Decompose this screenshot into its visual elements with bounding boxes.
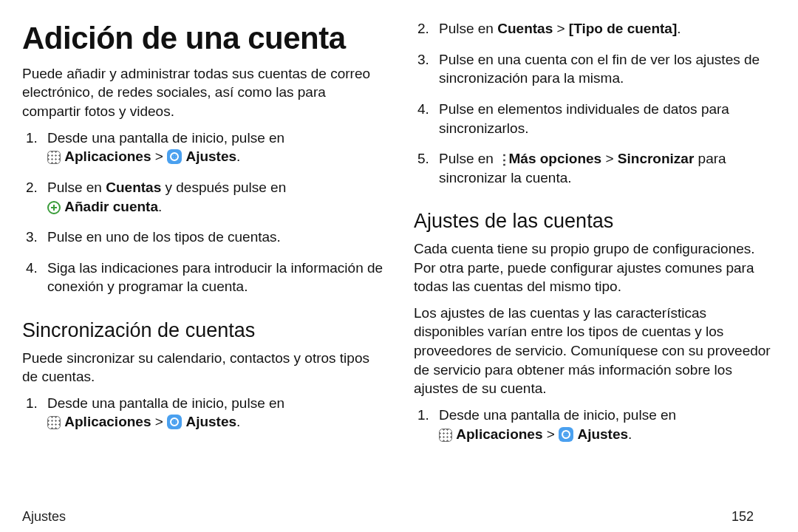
sincronizar-label: Sincronizar (618, 151, 694, 166)
right-column: Pulse en Cuentas > [Tipo de cuenta]. Pul… (414, 15, 776, 503)
settings-icon (167, 149, 182, 164)
separator: > (155, 414, 167, 429)
add-icon (47, 201, 61, 214)
sync-heading: Sincronización de cuentas (22, 317, 384, 344)
aplicaciones-label: Aplicaciones (456, 426, 542, 442)
tipo-cuenta-label: [Tipo de cuenta] (569, 21, 677, 36)
sync-step-5: Pulse en ⋮ Más opciones > Sincronizar pa… (433, 149, 776, 187)
ajustes-label: Ajustes (577, 426, 628, 442)
separator: > (605, 151, 617, 166)
page-title: Adición de una cuenta (22, 18, 384, 60)
settings-icon (559, 427, 573, 442)
sync-steps-left: Desde una pantalla de inicio, pulse en A… (22, 394, 384, 432)
sync-step-3: Pulse en una cuenta con el fin de ver lo… (433, 50, 776, 88)
main-step-2: Pulse en Cuentas y después pulse en Añad… (41, 178, 384, 216)
aplicaciones-label: Aplicaciones (64, 149, 151, 164)
ajustes-label: Ajustes (185, 414, 236, 429)
separator: > (155, 149, 167, 164)
anadir-cuenta-label: Añadir cuenta (64, 199, 158, 214)
left-column: Adición de una cuenta Puede añadir y adm… (22, 15, 384, 503)
page-footer: Ajustes 152 (22, 503, 776, 525)
sync-intro: Puede sincronizar su calendario, contact… (22, 349, 384, 386)
main-step-1: Desde una pantalla de inicio, pulse en A… (41, 129, 384, 166)
sync-step-2: Pulse en Cuentas > [Tipo de cuenta]. (433, 19, 776, 38)
footer-section: Ajustes (22, 509, 732, 525)
account-settings-step-1: Desde una pantalla de inicio, pulse en A… (433, 406, 776, 443)
sync-steps-right: Pulse en Cuentas > [Tipo de cuenta]. Pul… (414, 19, 776, 187)
main-step-3: Pulse en uno de los tipos de cuentas. (41, 228, 384, 247)
account-settings-p1: Cada cuenta tiene su propio grupo de con… (414, 239, 776, 296)
sync-step-4: Pulse en elementos individuales de datos… (433, 100, 776, 137)
account-settings-p2: Los ajustes de las cuentas y las caracte… (414, 304, 776, 398)
apps-icon (47, 416, 61, 429)
separator: > (556, 21, 568, 36)
cuentas-label: Cuentas (106, 180, 161, 195)
mas-opciones-label: Más opciones (509, 151, 602, 166)
apps-icon (47, 151, 61, 164)
cuentas-label: Cuentas (497, 21, 553, 36)
settings-icon (167, 415, 182, 429)
apps-icon (439, 429, 452, 442)
footer-page-number: 152 (732, 509, 776, 525)
main-step-4: Siga las indicaciones para introducir la… (41, 259, 384, 296)
account-settings-heading: Ajustes de las cuentas (414, 208, 776, 234)
sync-step-1: Desde una pantalla de inicio, pulse en A… (41, 394, 384, 432)
separator: > (547, 426, 559, 442)
main-steps: Desde una pantalla de inicio, pulse en A… (22, 129, 384, 296)
ajustes-label: Ajustes (185, 149, 236, 164)
account-settings-steps: Desde una pantalla de inicio, pulse en A… (414, 406, 776, 443)
more-options-icon: ⋮ (497, 157, 505, 164)
aplicaciones-label: Aplicaciones (64, 414, 151, 429)
intro-text: Puede añadir y administrar todas sus cue… (22, 64, 384, 121)
